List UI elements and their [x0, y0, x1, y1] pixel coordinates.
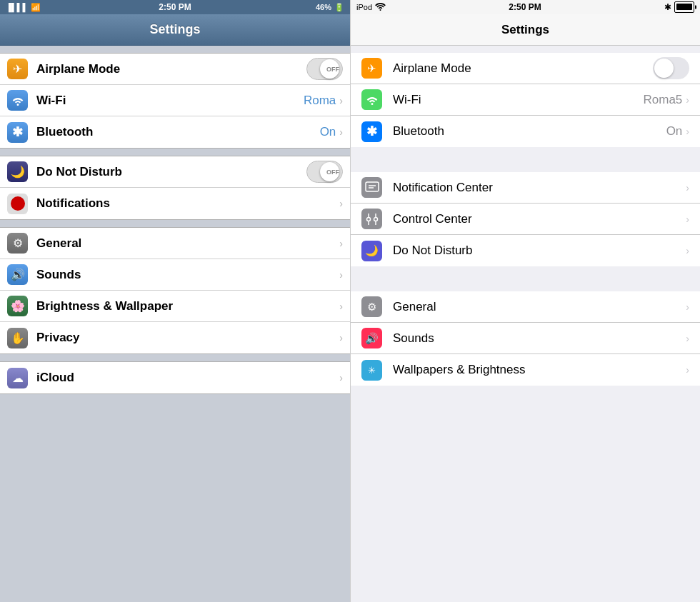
- right-general-icon: ⚙: [361, 296, 382, 317]
- right-row-wallpaper[interactable]: ✳ Wallpapers & Brightness ›: [351, 354, 700, 386]
- brightness-icon: 🌸: [7, 296, 28, 316]
- airplane-toggle-thumb: [320, 59, 339, 79]
- right-group-connectivity: ✈ Airplane Mode Wi-Fi Roma5 › ✱ Bluetoot…: [351, 53, 700, 147]
- sounds-chevron: ›: [339, 269, 343, 281]
- right-nav-bar: Settings: [351, 14, 700, 46]
- right-group-system: ⚙ General › 🔊 Sounds › ✳ Wallpapers & Br…: [351, 291, 700, 386]
- right-wifi-icon-row: [361, 89, 382, 110]
- left-panel: ▐▌▌▌ 📶 2:50 PM 46% 🔋 Settings ✈ Airplane…: [0, 0, 350, 602]
- notifications-label: Notifications: [36, 196, 339, 211]
- left-status-bar: ▐▌▌▌ 📶 2:50 PM 46% 🔋: [0, 0, 350, 14]
- right-row-notification-center[interactable]: Notification Center ›: [351, 172, 700, 204]
- right-airplane-toggle-thumb: [654, 59, 674, 78]
- left-title: Settings: [149, 22, 200, 37]
- right-wifi-chevron: ›: [686, 94, 689, 106]
- right-panel: iPod 2:50 PM ✱ Settings ✈ Airpl: [350, 0, 700, 602]
- right-row-sounds[interactable]: 🔊 Sounds ›: [351, 323, 700, 354]
- right-group-controls: Notification Center › Control Center ›: [351, 172, 700, 266]
- right-control-label: Control Center: [393, 212, 686, 226]
- right-bluetooth-label: Bluetooth: [393, 124, 666, 139]
- left-group-system: ⚙ General › 🔊 Sounds › 🌸 Brightness & Wa…: [0, 227, 350, 354]
- right-donotdisturb-icon: 🌙: [361, 241, 382, 261]
- separator-2: [351, 266, 700, 291]
- right-donotdisturb-chevron: ›: [686, 245, 689, 256]
- donotdisturb-toggle[interactable]: [306, 161, 343, 183]
- notifications-icon-dot: [11, 196, 25, 211]
- left-row-donotdisturb[interactable]: 🌙 Do Not Disturb: [0, 156, 350, 188]
- right-carrier: iPod: [356, 3, 386, 12]
- left-row-icloud[interactable]: ☁ iCloud ›: [0, 362, 350, 393]
- right-status-icons: ✱: [664, 1, 694, 13]
- svg-point-3: [366, 217, 370, 221]
- right-wifi-value: Roma5: [644, 93, 683, 107]
- separator-1: [351, 147, 700, 172]
- bluetooth-label: Bluetooth: [36, 125, 320, 139]
- sounds-icon: 🔊: [7, 264, 28, 285]
- left-group-services: ☁ iCloud ›: [0, 361, 350, 394]
- top-separator: [351, 46, 700, 53]
- left-row-privacy[interactable]: ✋ Privacy ›: [0, 322, 350, 353]
- left-row-general[interactable]: ⚙ General ›: [0, 228, 350, 259]
- right-donotdisturb-label: Do Not Disturb: [393, 244, 686, 258]
- bluetooth-value: On: [320, 125, 336, 139]
- right-row-general[interactable]: ⚙ General ›: [351, 291, 700, 323]
- right-wallpaper-icon: ✳: [361, 360, 382, 381]
- left-row-sounds[interactable]: 🔊 Sounds ›: [0, 259, 350, 291]
- donotdisturb-icon: 🌙: [7, 161, 28, 182]
- right-notification-label: Notification Center: [393, 181, 686, 195]
- privacy-icon: ✋: [7, 328, 28, 348]
- right-row-bluetooth[interactable]: ✱ Bluetooth On ›: [351, 116, 700, 147]
- sounds-label: Sounds: [36, 268, 339, 282]
- right-bluetooth-value: On: [666, 124, 683, 139]
- right-notification-chevron: ›: [686, 182, 689, 194]
- right-general-label: General: [393, 300, 686, 314]
- right-row-donotdisturb[interactable]: 🌙 Do Not Disturb ›: [351, 235, 700, 266]
- left-content: ✈ Airplane Mode Wi-Fi Roma › ✱ Bluetooth: [0, 46, 350, 602]
- donotdisturb-toggle-thumb: [320, 162, 339, 181]
- icloud-chevron: ›: [339, 372, 343, 383]
- right-bluetooth-chevron: ›: [686, 126, 689, 137]
- brightness-label: Brightness & Wallpaper: [36, 299, 339, 313]
- left-row-wifi[interactable]: Wi-Fi Roma ›: [0, 85, 350, 116]
- wifi-icon: [7, 90, 28, 111]
- notifications-chevron: ›: [339, 198, 343, 209]
- right-battery-icon: [674, 1, 694, 13]
- notifications-icon: [7, 194, 28, 214]
- right-row-wifi[interactable]: Wi-Fi Roma5 ›: [351, 84, 700, 116]
- right-airplane-icon: ✈: [361, 58, 382, 79]
- carrier-label: iPod: [356, 3, 372, 11]
- left-nav-bar: Settings: [0, 14, 350, 46]
- left-row-bluetooth[interactable]: ✱ Bluetooth On ›: [0, 116, 350, 148]
- left-row-airplane[interactable]: ✈ Airplane Mode: [0, 54, 350, 85]
- right-notification-icon: [361, 177, 382, 198]
- right-row-control-center[interactable]: Control Center ›: [351, 204, 700, 235]
- left-row-notifications[interactable]: Notifications ›: [0, 188, 350, 219]
- bluetooth-icon: ✱: [7, 122, 28, 143]
- airplane-toggle[interactable]: [306, 58, 343, 80]
- icloud-label: iCloud: [36, 371, 339, 385]
- wifi-value: Roma: [304, 94, 336, 108]
- left-time: 2:50 PM: [0, 2, 350, 12]
- right-control-icon: [361, 209, 382, 229]
- right-title: Settings: [501, 23, 549, 37]
- wifi-label: Wi-Fi: [36, 94, 304, 108]
- svg-point-6: [374, 217, 377, 221]
- general-label: General: [36, 236, 339, 251]
- bluetooth-chevron: ›: [339, 126, 343, 138]
- right-row-airplane[interactable]: ✈ Airplane Mode: [351, 53, 700, 84]
- airplane-label: Airplane Mode: [36, 62, 306, 76]
- right-airplane-toggle[interactable]: [653, 57, 689, 79]
- privacy-chevron: ›: [339, 332, 343, 343]
- general-icon: ⚙: [7, 233, 28, 254]
- svg-rect-0: [366, 182, 379, 191]
- wifi-chevron: ›: [339, 95, 343, 106]
- left-row-brightness[interactable]: 🌸 Brightness & Wallpaper ›: [0, 291, 350, 322]
- privacy-label: Privacy: [36, 331, 339, 345]
- right-wifi-label: Wi-Fi: [393, 93, 644, 107]
- brightness-chevron: ›: [339, 301, 343, 312]
- icloud-icon: ☁: [7, 368, 28, 388]
- bluetooth-status-icon: ✱: [664, 2, 671, 12]
- right-wifi-icon: [375, 3, 386, 12]
- left-group-notifications: 🌙 Do Not Disturb Notifications ›: [0, 156, 350, 220]
- right-sounds-icon: 🔊: [361, 328, 382, 348]
